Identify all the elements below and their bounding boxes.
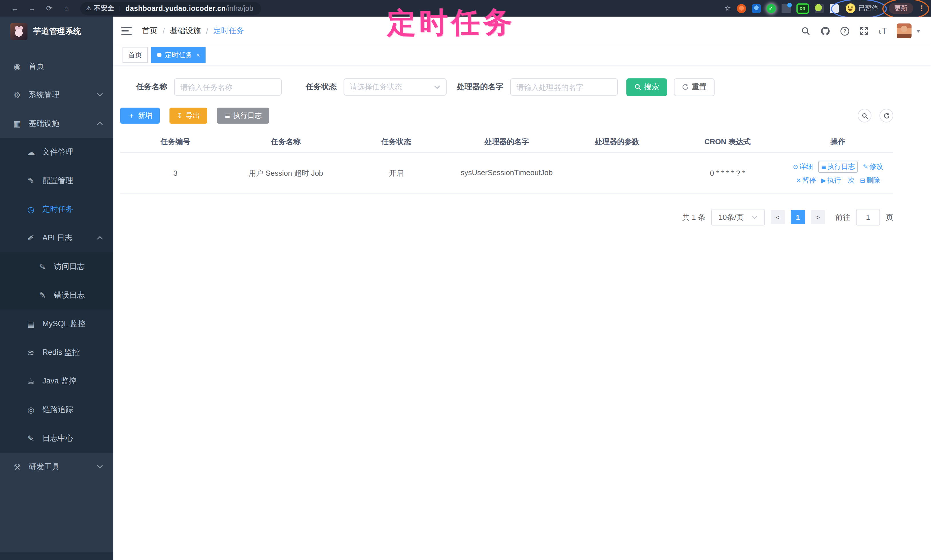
sidebar-item-label: 链路追踪: [42, 405, 73, 415]
search-button[interactable]: 搜索: [626, 78, 667, 96]
breadcrumb-item-0[interactable]: 首页: [142, 26, 157, 36]
job-name-input[interactable]: [174, 78, 282, 95]
refresh-button[interactable]: [880, 109, 893, 123]
address-bar[interactable]: ⚠ 不安全 | dashboard.yudao.iocoder.cn/infra…: [80, 2, 261, 15]
dashboard-icon: ◉: [12, 62, 22, 71]
sidebar-item-14[interactable]: ⚒研发工具: [0, 453, 113, 481]
sidebar-item-4[interactable]: ✎配置管理: [0, 166, 113, 195]
exec-log-button[interactable]: ≣执行日志: [217, 108, 269, 124]
action-eye-link[interactable]: ⊙详细: [793, 161, 813, 173]
action-label: 执行日志: [827, 162, 855, 172]
chrome-update-button[interactable]: 更新: [889, 3, 913, 14]
column-header-0: 任务编号: [120, 132, 231, 152]
tab-0[interactable]: 首页: [123, 47, 148, 63]
sidebar-item-7[interactable]: ✎访问日志: [0, 252, 113, 281]
browser-menu-icon[interactable]: ⋮: [918, 4, 925, 12]
action-delete-link[interactable]: ⊟删除: [860, 176, 880, 185]
tab-1[interactable]: 定时任务×: [151, 47, 206, 63]
sidebar-item-9[interactable]: ▤MySQL 监控: [0, 309, 113, 338]
breadcrumb: 首页/基础设施/定时任务: [142, 26, 244, 36]
export-button[interactable]: ↧导出: [170, 108, 207, 124]
clock-icon: ◷: [26, 205, 35, 214]
extension-orange-icon[interactable]: [737, 4, 746, 13]
sidebar-item-2[interactable]: ▦基础设施: [0, 109, 113, 138]
app-logo-row[interactable]: 芋道管理系统: [0, 17, 113, 46]
handler-name-label: 处理器的名字: [457, 82, 503, 92]
action-list-link[interactable]: ≣执行日志: [818, 161, 858, 173]
breadcrumb-item-1[interactable]: 基础设施: [170, 26, 201, 36]
sidebar-item-13[interactable]: ✎日志中心: [0, 424, 113, 453]
sidebar-item-5[interactable]: ◷定时任务: [0, 195, 113, 224]
add-button[interactable]: ＋新增: [120, 108, 160, 124]
sidebar-menu: ◉首页⚙系统管理▦基础设施☁文件管理✎配置管理◷定时任务✐API 日志✎访问日志…: [0, 52, 113, 481]
handler-name-input[interactable]: [510, 78, 618, 95]
url-path: /infra/job: [226, 4, 253, 12]
sidebar-item-11[interactable]: ☕Java 监控: [0, 367, 113, 395]
list-icon: ≣: [821, 163, 826, 171]
next-page-button[interactable]: >: [811, 210, 825, 225]
sidebar-item-label: 系统管理: [29, 90, 60, 100]
tab-close-icon[interactable]: ×: [196, 51, 200, 58]
job-status-select[interactable]: 请选择任务状态: [344, 78, 447, 95]
search-icon[interactable]: [796, 21, 815, 41]
font-size-icon[interactable]: tT: [874, 21, 893, 41]
breadcrumb-item-2: 定时任务: [213, 26, 244, 36]
cloud-upload-icon: ☁: [26, 148, 35, 157]
sidebar-item-label: 访问日志: [54, 262, 85, 272]
reset-button[interactable]: 重置: [674, 78, 715, 96]
cell-2: 开启: [341, 152, 452, 194]
chevron-down-icon: [97, 465, 102, 469]
sidebar-item-label: 错误日志: [54, 290, 85, 300]
edit-square-icon: ✎: [26, 176, 35, 185]
extension-blue-icon[interactable]: [752, 4, 761, 13]
browser-home-icon[interactable]: ⌂: [62, 4, 71, 12]
sidebar-item-3[interactable]: ☁文件管理: [0, 138, 113, 166]
sidebar-collapse-strip[interactable]: [0, 552, 113, 560]
sidebar-toggle-icon[interactable]: [122, 27, 132, 35]
top-navbar: 首页/基础设施/定时任务 ? tT: [113, 17, 931, 45]
delete-icon: ⊟: [860, 177, 865, 184]
extension-grid-icon[interactable]: [781, 4, 791, 13]
user-avatar[interactable]: [897, 23, 911, 38]
action-play-link[interactable]: ▶执行一次: [822, 176, 855, 185]
page-size-select[interactable]: 10条/页: [711, 209, 765, 226]
help-icon[interactable]: ?: [835, 21, 854, 41]
pagination-total: 共 1 条: [682, 212, 705, 222]
extension-green-check-icon[interactable]: ✓: [766, 4, 775, 13]
column-header-6: 操作: [783, 132, 893, 152]
sidebar-item-0[interactable]: ◉首页: [0, 52, 113, 81]
cell-3: sysUserSessionTimeoutJob: [452, 152, 562, 194]
avatar-caret-icon[interactable]: [916, 29, 921, 32]
action-pause-link[interactable]: ✕暂停: [796, 176, 816, 185]
action-label: 暂停: [803, 176, 816, 185]
current-page-button[interactable]: 1: [791, 210, 805, 225]
browser-back-icon[interactable]: ←: [10, 4, 20, 12]
doc-edit-icon: ✎: [38, 291, 47, 300]
cell-0: 3: [120, 152, 231, 194]
goto-page-input[interactable]: [856, 209, 880, 226]
sidebar-item-10[interactable]: ≋Redis 监控: [0, 338, 113, 367]
sidebar-item-6[interactable]: ✐API 日志: [0, 224, 113, 252]
fullscreen-icon[interactable]: [854, 21, 874, 41]
profile-emoji-avatar[interactable]: [845, 3, 855, 13]
browser-forward-icon[interactable]: →: [28, 4, 37, 12]
toggle-search-button[interactable]: [858, 109, 871, 123]
sidebar-item-label: MySQL 监控: [42, 319, 86, 329]
mysql-icon: ▤: [26, 319, 35, 329]
infrastructure-icon: ▦: [12, 119, 22, 128]
app-logo: [10, 23, 28, 40]
extension-leaf-icon[interactable]: [814, 4, 824, 13]
browser-reload-icon[interactable]: ⟳: [45, 4, 54, 12]
prev-page-button[interactable]: <: [771, 210, 785, 225]
extensions-puzzle-icon[interactable]: [829, 4, 839, 13]
sidebar-item-1[interactable]: ⚙系统管理: [0, 81, 113, 109]
api-log-icon: ✐: [26, 234, 35, 243]
bookmark-star-icon[interactable]: ☆: [724, 4, 731, 13]
sidebar-item-12[interactable]: ◎链路追踪: [0, 395, 113, 424]
column-header-3: 处理器的名字: [452, 132, 562, 152]
breadcrumb-separator: /: [206, 27, 208, 35]
action-edit-link[interactable]: ✎修改: [863, 161, 883, 173]
github-icon[interactable]: [815, 21, 835, 41]
sidebar-item-8[interactable]: ✎错误日志: [0, 281, 113, 309]
extension-on-badge[interactable]: on: [796, 3, 809, 14]
